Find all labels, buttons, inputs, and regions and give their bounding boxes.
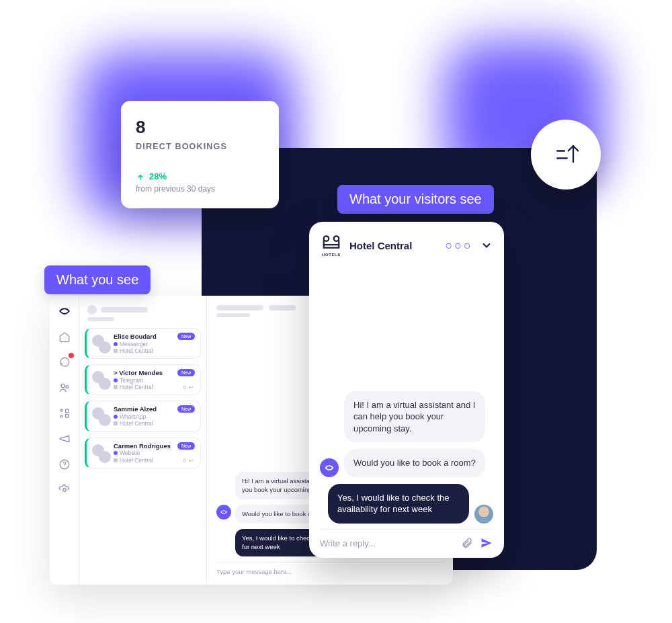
svg-rect-8 bbox=[65, 409, 69, 413]
agent-message-input[interactable]: Type your message here... bbox=[216, 562, 444, 575]
inbox-brand: Hotel Central bbox=[114, 420, 157, 427]
hotel-logo-icon bbox=[321, 234, 341, 251]
inbox-brand: Hotel Central bbox=[114, 457, 171, 464]
svg-point-7 bbox=[60, 415, 62, 417]
stat-value: 8 bbox=[136, 117, 264, 138]
tag-what-you-see: What you see bbox=[44, 265, 151, 294]
chat-reply-input[interactable]: Write a reply... bbox=[320, 538, 454, 548]
nav-inbox[interactable] bbox=[57, 355, 72, 370]
send-icon[interactable] bbox=[480, 536, 493, 550]
inbox-meta: Telegram bbox=[114, 377, 163, 384]
nav-campaigns[interactable] bbox=[57, 431, 72, 446]
stat-title: DIRECT BOOKINGS bbox=[136, 142, 264, 151]
inbox-meta: WhatsApp bbox=[114, 413, 157, 420]
inbox-avatars bbox=[92, 444, 110, 462]
inbox-name: Sammie Alzed bbox=[114, 405, 157, 413]
sort-ascending-icon bbox=[551, 140, 581, 169]
inbox-name: > Victor Mendes bbox=[114, 369, 163, 376]
brand-logo-icon bbox=[57, 304, 72, 319]
attachment-icon[interactable] bbox=[461, 537, 473, 549]
hotel-logo: HOTELS bbox=[320, 234, 343, 257]
sort-ascending-button[interactable] bbox=[531, 120, 601, 190]
svg-rect-9 bbox=[65, 415, 69, 418]
tag-what-visitors-see: What your visitors see bbox=[337, 185, 494, 214]
svg-point-4 bbox=[61, 384, 65, 387]
inbox-item[interactable]: Sammie AlzedWhatsAppHotel CentralNew bbox=[85, 401, 201, 431]
inbox-status-badge: New bbox=[177, 442, 195, 450]
inbox-list: Elise BoudardMessengerHotel CentralNew> … bbox=[79, 296, 207, 585]
nav-contacts[interactable] bbox=[57, 380, 72, 395]
nav-home[interactable] bbox=[57, 329, 72, 344]
inbox-avatars bbox=[92, 335, 110, 352]
visitor-avatar bbox=[474, 505, 493, 524]
notification-badge bbox=[69, 353, 74, 358]
chat-input-row: Write a reply... bbox=[320, 529, 493, 550]
chat-msg-bot: Would you like to book a room? bbox=[344, 449, 485, 477]
inbox-foot: ☺ ↩ bbox=[182, 384, 194, 390]
dashboard-nav-rail bbox=[50, 296, 79, 585]
stat-card-direct-bookings: 8 DIRECT BOOKINGS 28% from previous 30 d… bbox=[121, 101, 279, 208]
inbox-meta: Website bbox=[114, 450, 171, 456]
bot-avatar-icon bbox=[216, 505, 231, 520]
inbox-name: Carmen Rodrigues bbox=[114, 442, 171, 450]
inbox-brand: Hotel Central bbox=[114, 347, 157, 354]
inbox-item[interactable]: Carmen RodriguesWebsiteHotel CentralNew☺… bbox=[85, 438, 201, 468]
nav-help[interactable] bbox=[57, 457, 72, 472]
nav-settings[interactable] bbox=[57, 483, 72, 497]
svg-point-11 bbox=[62, 489, 66, 492]
svg-point-13 bbox=[334, 236, 339, 241]
inbox-status-badge: New bbox=[177, 405, 195, 413]
chat-msg-user: Yes, I would like to check the availabil… bbox=[328, 484, 469, 524]
svg-point-5 bbox=[65, 386, 68, 388]
stat-trend-sub: from previous 30 days bbox=[136, 184, 264, 194]
inbox-avatars bbox=[92, 407, 110, 425]
inbox-item[interactable]: Elise BoudardMessengerHotel CentralNew bbox=[85, 328, 201, 359]
inbox-avatars bbox=[92, 371, 110, 388]
chat-header: HOTELS Hotel Central ○○○ bbox=[320, 234, 493, 257]
inbox-name: Elise Boudard bbox=[114, 333, 157, 340]
inbox-brand: Hotel Central bbox=[114, 384, 163, 390]
inbox-status-badge: New bbox=[177, 369, 195, 376]
chat-msg-bot: Hi! I am a virtual assistant and I can h… bbox=[344, 391, 485, 443]
chevron-down-icon[interactable] bbox=[480, 239, 493, 252]
stat-trend-pct: 28% bbox=[149, 171, 167, 181]
chat-title: Hotel Central bbox=[349, 240, 438, 251]
visitor-chat-widget: HOTELS Hotel Central ○○○ Hi! I am a virt… bbox=[309, 222, 504, 558]
stat-trend: 28% bbox=[136, 171, 264, 181]
bot-avatar-icon bbox=[320, 458, 339, 477]
inbox-item[interactable]: > Victor MendesTelegramHotel CentralNew☺… bbox=[85, 364, 201, 395]
inbox-meta: Messenger bbox=[114, 341, 157, 347]
arrow-up-icon bbox=[136, 172, 145, 181]
inbox-status-badge: New bbox=[177, 333, 195, 340]
svg-point-6 bbox=[60, 409, 62, 411]
svg-point-12 bbox=[324, 236, 329, 241]
nav-apps[interactable] bbox=[57, 406, 72, 421]
inbox-foot: ☺ ↩ bbox=[182, 458, 194, 464]
chat-body: Hi! I am a virtual assistant and I can h… bbox=[320, 257, 493, 529]
